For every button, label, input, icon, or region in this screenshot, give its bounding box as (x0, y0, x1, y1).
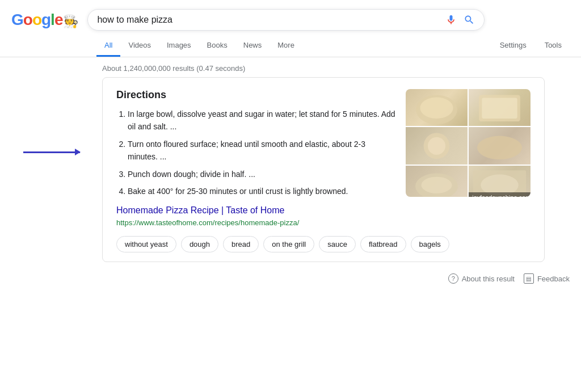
directions-list: In large bowl, dissolve yeast and sugar … (116, 108, 397, 197)
about-this-result[interactable]: ? About this result (448, 273, 515, 284)
directions-title: Directions (116, 89, 397, 101)
tag-sauce[interactable]: sauce (319, 236, 356, 252)
feedback-button[interactable]: ▤ Feedback (524, 273, 570, 284)
pizza-img-1 (406, 89, 468, 126)
result-url[interactable]: https://www.tasteofhome.com/recipes/home… (116, 218, 299, 227)
nav-left: All Videos Images Books News More (96, 35, 492, 57)
image-source-wrap: joyfoodsunshine.com (406, 89, 531, 197)
logo-letter-g2: g (41, 11, 50, 28)
search-input[interactable]: how to make pizza (97, 15, 440, 25)
card-text-area: Directions In large bowl, dissolve yeast… (116, 89, 397, 227)
link-area: Homemade Pizza Recipe | Taste of Home ht… (116, 205, 397, 227)
feedback-icon: ▤ (524, 273, 534, 284)
search-bar-container: how to make pizza (87, 9, 485, 31)
search-icon[interactable] (464, 14, 475, 26)
step-4: Bake at 400° for 25-30 minutes or until … (128, 185, 397, 197)
info-icon: ? (448, 273, 458, 284)
card-inner: Directions In large bowl, dissolve yeast… (116, 89, 531, 227)
tag-bread[interactable]: bread (223, 236, 259, 252)
image-source-label: joyfoodsunshine.com (469, 192, 531, 197)
step-3: Punch down dough; divide in half. ... (128, 168, 397, 180)
tab-news[interactable]: News (235, 35, 270, 57)
pizza-img-2 (469, 89, 531, 126)
step-2: Turn onto floured surface; knead until s… (128, 138, 397, 163)
svg-point-5 (428, 137, 445, 155)
logo-letter-g: G (11, 11, 23, 28)
feedback-label: Feedback (537, 275, 570, 283)
tag-bagels[interactable]: bagels (411, 236, 449, 252)
pizza-img-5 (406, 166, 468, 197)
step-1: In large bowl, dissolve yeast and sugar … (128, 108, 397, 133)
main-content: Directions In large bowl, dissolve yeast… (0, 77, 581, 262)
search-bar: how to make pizza (87, 9, 485, 31)
arrow-line (23, 151, 80, 153)
results-count: About 1,240,000,000 results (0.47 second… (0, 57, 581, 77)
footer-bar: ? About this result ▤ Feedback (0, 268, 581, 289)
tab-videos[interactable]: Videos (120, 35, 159, 57)
tag-on-the-grill[interactable]: on the grill (263, 236, 314, 252)
google-logo[interactable]: Google 🧑‍🍳 (11, 11, 78, 29)
logo-letter-o2: o (32, 11, 41, 28)
result-link[interactable]: Homemade Pizza Recipe | Taste of Home (116, 205, 397, 216)
card-image-area: joyfoodsunshine.com (406, 89, 531, 227)
tags-row: without yeast dough bread on the grill s… (116, 236, 531, 252)
chef-hat-icon: 🧑‍🍳 (63, 14, 78, 29)
about-label: About this result (462, 275, 515, 283)
result-card: Directions In large bowl, dissolve yeast… (102, 77, 545, 262)
microphone-icon[interactable] (445, 14, 457, 26)
tag-flatbread[interactable]: flatbread (360, 236, 406, 252)
logo-letter-l: l (50, 11, 54, 28)
logo-letter-o1: o (23, 11, 32, 28)
tag-dough[interactable]: dough (181, 236, 218, 252)
logo-letter-e: e (54, 11, 63, 28)
tag-without-yeast[interactable]: without yeast (116, 236, 176, 252)
pizza-img-4 (469, 127, 531, 164)
pizza-img-3 (406, 127, 468, 164)
svg-point-6 (477, 136, 522, 160)
search-icons (445, 14, 475, 26)
tab-more[interactable]: More (270, 35, 302, 57)
image-grid[interactable]: joyfoodsunshine.com (406, 89, 531, 197)
svg-point-8 (422, 177, 452, 193)
tab-all[interactable]: All (96, 35, 120, 57)
header: Google 🧑‍🍳 how to make pizza (0, 0, 581, 31)
navigation-tabs: All Videos Images Books News More Settin… (0, 31, 581, 57)
tab-tools[interactable]: Tools (537, 35, 570, 57)
tab-settings[interactable]: Settings (492, 35, 534, 57)
arrow-annotation (23, 151, 80, 153)
tab-books[interactable]: Books (199, 35, 235, 57)
pizza-img-6: joyfoodsunshine.com (469, 166, 531, 197)
svg-point-1 (420, 98, 453, 119)
tab-images[interactable]: Images (159, 35, 199, 57)
svg-rect-3 (482, 98, 517, 119)
nav-right: Settings Tools (492, 35, 570, 57)
